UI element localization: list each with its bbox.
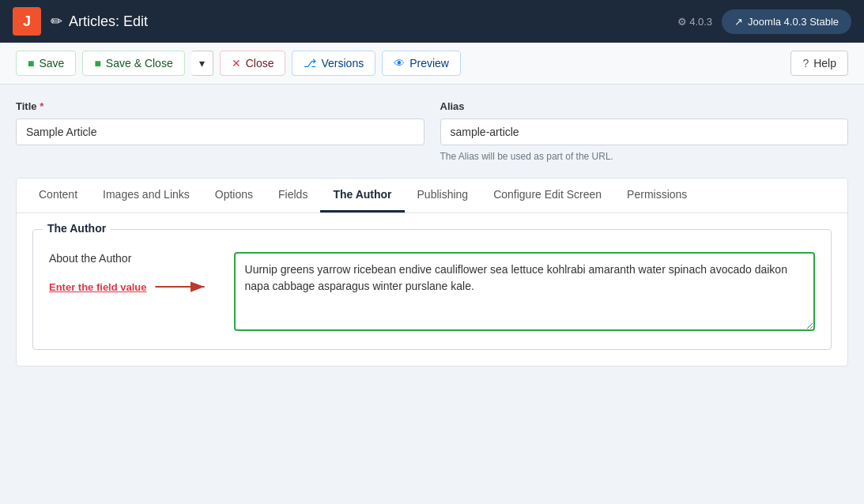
required-marker: *: [40, 100, 43, 112]
tab-content[interactable]: Content: [26, 179, 90, 213]
enter-field-value-link[interactable]: Enter the field value: [49, 281, 147, 293]
close-button[interactable]: ✕ Close: [220, 51, 286, 76]
versions-icon: ⎇: [304, 57, 316, 70]
joomla-version-button[interactable]: ↗ Joomla 4.0.3 Stable: [722, 9, 851, 34]
page-title: ✏ Articles: Edit: [51, 13, 148, 30]
save-icon: ■: [28, 57, 34, 70]
author-section-box: The Author About the Author Enter the fi…: [32, 229, 832, 350]
section-legend: The Author: [43, 222, 111, 235]
tab-options[interactable]: Options: [202, 179, 266, 213]
tab-content-author: The Author About the Author Enter the fi…: [17, 213, 847, 366]
tab-the-author[interactable]: The Author: [320, 179, 404, 213]
edit-icon: ✏: [51, 13, 62, 30]
save-button[interactable]: ■ Save: [16, 51, 76, 76]
alias-input[interactable]: [440, 118, 849, 145]
version-badge: ⚙ 4.0.3: [677, 16, 713, 28]
tabs-container: Content Images and Links Options Fields …: [16, 178, 848, 367]
title-input[interactable]: [16, 118, 424, 145]
tab-fields[interactable]: Fields: [266, 179, 320, 213]
author-textarea[interactable]: Uurnip greens yarrow ricebean endive cau…: [234, 252, 815, 331]
chevron-down-icon: ▾: [199, 57, 205, 70]
title-field-group: Title *: [16, 100, 424, 162]
tab-permissions[interactable]: Permissions: [614, 179, 700, 213]
form-fields-row: Title * Alias The Alias will be used as …: [16, 100, 848, 162]
preview-icon: 👁: [394, 57, 405, 70]
navbar: J ✏ Articles: Edit ⚙ 4.0.3 ↗ Joomla 4.0.…: [0, 0, 864, 43]
toolbar: ■ Save ■ Save & Close ▾ ✕ Close ⎇ Versio…: [0, 43, 864, 85]
alias-hint: The Alias will be used as part of the UR…: [440, 151, 849, 162]
logo-text: J: [23, 13, 31, 30]
preview-button[interactable]: 👁 Preview: [382, 51, 461, 76]
save-close-button[interactable]: ■ Save & Close: [82, 51, 184, 76]
tabs-nav: Content Images and Links Options Fields …: [17, 179, 847, 213]
tab-configure-edit-screen[interactable]: Configure Edit Screen: [481, 179, 614, 213]
arrow-icon: [152, 271, 215, 303]
alias-field-group: Alias The Alias will be used as part of …: [440, 100, 849, 162]
question-icon: ?: [802, 57, 809, 70]
navbar-left: J ✏ Articles: Edit: [13, 7, 148, 36]
external-link-icon: ↗: [734, 16, 743, 28]
section-left: About the Author Enter the field value: [49, 252, 215, 303]
tab-images-links[interactable]: Images and Links: [90, 179, 202, 213]
navbar-right: ⚙ 4.0.3 ↗ Joomla 4.0.3 Stable: [677, 9, 851, 34]
versions-button[interactable]: ⎇ Versions: [292, 51, 375, 76]
main-content: Title * Alias The Alias will be used as …: [0, 85, 864, 382]
section-right: Uurnip greens yarrow ricebean endive cau…: [234, 252, 815, 333]
about-author-label: About the Author: [49, 252, 215, 265]
title-label: Title *: [16, 100, 424, 112]
tab-publishing[interactable]: Publishing: [405, 179, 481, 213]
joomla-logo: J: [13, 7, 41, 36]
save-close-icon: ■: [94, 57, 100, 70]
save-dropdown-button[interactable]: ▾: [191, 51, 213, 76]
alias-label: Alias: [440, 100, 849, 112]
close-icon: ✕: [232, 57, 241, 70]
help-button[interactable]: ? Help: [790, 51, 848, 76]
section-body: About the Author Enter the field value: [49, 252, 815, 333]
